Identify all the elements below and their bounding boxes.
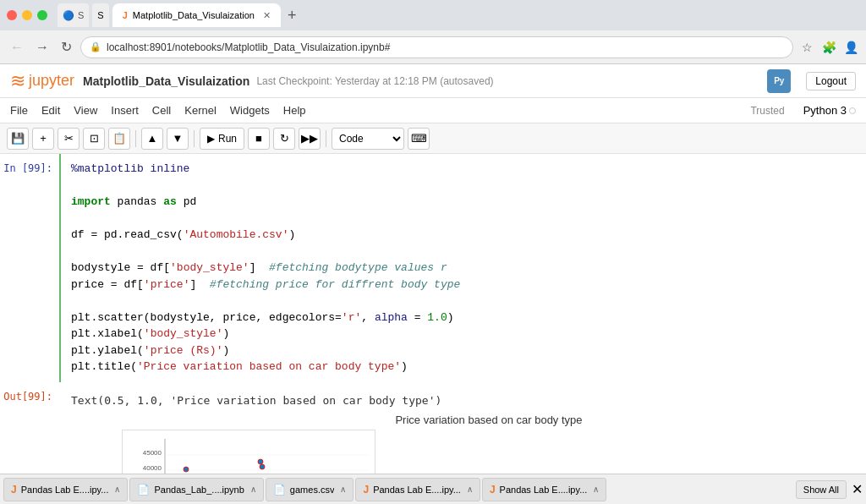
import-keyword: import xyxy=(71,195,111,208)
cell-type-select[interactable]: Code Markdown Raw xyxy=(332,128,404,150)
kernel-status-icon xyxy=(849,107,856,114)
taskbar-icon-2: 📄 xyxy=(137,484,150,496)
toolbar-separator-2 xyxy=(194,130,195,147)
fast-forward-button[interactable]: ▶▶ xyxy=(299,128,321,150)
window-minimize[interactable] xyxy=(22,10,32,20)
reload-button[interactable]: ↻ xyxy=(58,37,75,57)
svg-text:40000: 40000 xyxy=(143,464,162,472)
code-line-9 xyxy=(71,293,856,310)
code-line-13: plt.title('Price variation based on car … xyxy=(71,359,856,375)
menu-help[interactable]: Help xyxy=(283,101,306,120)
browser-tab-inactive2[interactable]: S xyxy=(92,3,108,27)
checkpoint-info: Last Checkpoint: Yesterday at 12:18 PM (… xyxy=(256,75,493,87)
jupyter-header: ≋ jupyter Matplotlib_Data_Visulaization … xyxy=(0,64,866,98)
restart-button[interactable]: ↻ xyxy=(273,128,295,150)
profile-icon[interactable]: 👤 xyxy=(842,39,859,56)
tab-bar: 🔵S S J Matplotlib_Data_Visulaization ✕ + xyxy=(0,0,866,30)
data-point xyxy=(184,467,189,472)
taskbar-close-5[interactable]: ∧ xyxy=(593,485,599,494)
toolbar-separator-3 xyxy=(326,130,326,147)
run-button[interactable]: ▶ ▶ Run Run xyxy=(200,128,244,150)
back-button[interactable]: ← xyxy=(7,38,27,57)
str-edgecolors: 'r' xyxy=(342,311,361,324)
chart-title: Price variation based on car body type xyxy=(122,414,856,426)
code-line-12: plt.ylabel('price (Rs)') xyxy=(71,342,856,359)
code-line-5: df = pd.read_csv('Automobile.csv') xyxy=(71,227,856,244)
browser-tab-active[interactable]: J Matplotlib_Data_Visulaization ✕ xyxy=(112,3,281,27)
taskbar-close-4[interactable]: ∧ xyxy=(467,485,473,494)
paste-button[interactable]: 📋 xyxy=(108,128,130,150)
toolbar-separator-1 xyxy=(135,130,136,147)
move-up-button[interactable]: ▲ xyxy=(141,128,163,150)
active-tab-label: Matplotlib_Data_Visulaization xyxy=(133,10,255,20)
str-title: 'Price variation based on car body type' xyxy=(137,360,401,373)
taskbar-close-3[interactable]: ∧ xyxy=(340,485,346,494)
new-tab-button[interactable]: + xyxy=(288,7,297,25)
show-all-button[interactable]: Show All xyxy=(796,480,847,499)
menu-file[interactable]: File xyxy=(10,101,28,120)
menu-edit[interactable]: Edit xyxy=(41,101,60,120)
str-automobile: 'Automobile.csv' xyxy=(184,228,289,241)
notebook-title[interactable]: Matplotlib_Data_Visulaization xyxy=(83,74,249,88)
taskbar-item-2[interactable]: 📄 Pandas_Lab_....ipynb ∧ xyxy=(129,478,263,501)
move-down-button[interactable]: ▼ xyxy=(167,128,189,150)
extension-icon[interactable]: 🧩 xyxy=(820,39,837,56)
jupyter-brand: jupyter xyxy=(29,72,74,90)
taskbar-label-5: Pandas Lab E....ipy... xyxy=(500,485,588,495)
param-alpha: alpha xyxy=(375,311,408,324)
comment-1: #fetching bodytype values r xyxy=(269,261,447,274)
code-line-4 xyxy=(71,211,856,227)
taskbar-icon-4: J xyxy=(363,484,369,496)
menu-insert[interactable]: Insert xyxy=(111,101,139,120)
code-line-2 xyxy=(71,178,856,194)
taskbar-label-1: Pandas Lab E....ipy... xyxy=(21,485,109,495)
stop-button[interactable]: ■ xyxy=(248,128,270,150)
num-1: 1.0 xyxy=(427,311,447,324)
cut-button[interactable]: ✂ xyxy=(58,128,79,150)
jupyter-menubar: File Edit View Insert Cell Kernel Widget… xyxy=(0,98,866,123)
address-bar[interactable]: 🔒 localhost:8901/notebooks/Matplotlib_Da… xyxy=(80,36,793,58)
logout-button[interactable]: Logout xyxy=(806,72,856,90)
taskbar-x-button[interactable]: ✕ xyxy=(852,481,863,497)
forward-button[interactable]: → xyxy=(32,38,52,57)
add-cell-button[interactable]: + xyxy=(32,128,54,150)
output-value: Text(0.5, 1.0, 'Price variation based on… xyxy=(71,394,441,407)
copy-button[interactable]: ⊡ xyxy=(83,128,105,150)
cell-code-area[interactable]: %matplotlib inline import pandas as pd d… xyxy=(59,154,866,382)
menu-cell[interactable]: Cell xyxy=(152,101,171,120)
data-point xyxy=(260,464,265,469)
code-editor[interactable]: %matplotlib inline import pandas as pd d… xyxy=(71,161,856,375)
code-cell: In [99]: %matplotlib inline import panda… xyxy=(0,154,866,382)
bookmark-icon[interactable]: ☆ xyxy=(798,39,815,56)
comment-2: #fetching price for diffrent body type xyxy=(210,278,460,291)
str-price: 'price' xyxy=(144,278,190,291)
notebook-content: In [99]: %matplotlib inline import panda… xyxy=(0,154,866,504)
taskbar-item-5[interactable]: J Pandas Lab E....ipy... ∧ xyxy=(482,478,606,501)
jupyter-logo-icon: ≋ xyxy=(10,70,25,92)
svg-text:45000: 45000 xyxy=(143,449,162,457)
browser-tab-inactive[interactable]: 🔵S xyxy=(58,3,89,27)
taskbar-close-1[interactable]: ∧ xyxy=(114,485,120,494)
menu-view[interactable]: View xyxy=(74,101,97,120)
taskbar-item-3[interactable]: 📄 games.csv ∧ xyxy=(266,478,354,501)
code-line-11: plt.xlabel('body_style') xyxy=(71,326,856,342)
jupyter-toolbar: 💾 + ✂ ⊡ 📋 ▲ ▼ ▶ ▶ Run Run ■ ↻ ▶▶ Code Ma… xyxy=(0,123,866,154)
menu-kernel[interactable]: Kernel xyxy=(184,101,216,120)
keyboard-shortcut-button[interactable]: ⌨ xyxy=(408,128,430,150)
url-text: localhost:8901/notebooks/Matplotlib_Data… xyxy=(107,41,390,53)
menu-widgets[interactable]: Widgets xyxy=(230,101,270,120)
taskbar-item-1[interactable]: J Pandas Lab E....ipy... ∧ xyxy=(3,478,128,501)
str-body-style: 'body_style' xyxy=(170,261,249,274)
save-button[interactable]: 💾 xyxy=(7,128,29,150)
str-ylabel: 'price (Rs)' xyxy=(144,344,223,357)
taskbar-icon-3: 📄 xyxy=(273,484,286,496)
code-line-7: bodystyle = df['body_style'] #fetching b… xyxy=(71,260,856,277)
window-close[interactable] xyxy=(7,10,17,20)
data-point xyxy=(258,459,263,464)
taskbar: J Pandas Lab E....ipy... ∧ 📄 Pandas_Lab_… xyxy=(0,474,866,504)
tab-close-icon[interactable]: ✕ xyxy=(263,10,271,21)
str-xlabel: 'body_style' xyxy=(144,327,223,340)
window-maximize[interactable] xyxy=(37,10,47,20)
taskbar-item-4[interactable]: J Pandas Lab E....ipy... ∧ xyxy=(355,478,480,501)
taskbar-close-2[interactable]: ∧ xyxy=(250,485,256,494)
